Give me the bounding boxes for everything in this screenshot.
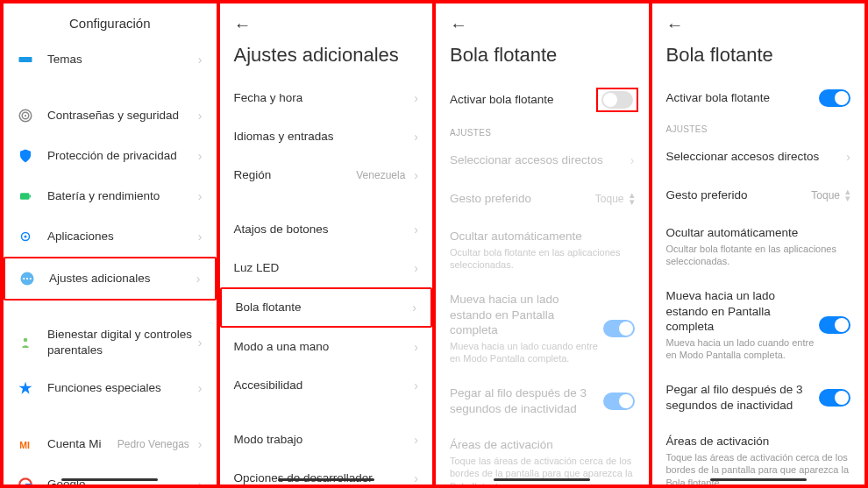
row-label: Funciones especiales (47, 380, 195, 396)
row-batería-y-rendimiento[interactable]: Batería y rendimiento › (4, 176, 217, 216)
row-áreas-de-activación[interactable]: Áreas de activación Toque las áreas de a… (652, 423, 865, 484)
row-label: Áreas de activación (450, 437, 635, 453)
chevron-right-icon: › (630, 153, 635, 167)
chevron-right-icon: › (414, 223, 418, 237)
themes-icon (16, 50, 35, 69)
row-label: Fecha y hora (234, 90, 411, 106)
toggle-switch[interactable] (819, 316, 850, 334)
svg-text:MI: MI (19, 440, 30, 450)
row-cuenta-mi[interactable]: MI Cuenta Mi Pedro Venegas › (4, 424, 217, 464)
row-bienestar-digital-y-cont[interactable]: Bienestar digital y controles parentales… (4, 316, 217, 368)
row-subtitle: Ocultar bola flotante en las aplicacione… (450, 246, 635, 272)
panel-ajustes-adicionales: ← Ajustes adicionales Fecha y hora ›Idio… (220, 4, 433, 484)
svg-rect-4 (20, 193, 30, 200)
row-luz-led[interactable]: Luz LED › (220, 249, 433, 287)
row-ajustes-adicionales[interactable]: Ajustes adicionales › (4, 257, 217, 301)
row-google[interactable]: Google › (4, 464, 217, 484)
row-contraseñas-y-seguridad[interactable]: Contraseñas y seguridad › (4, 95, 217, 136)
row-ocultar-automáticamente[interactable]: Ocultar automáticamente Ocultar bola flo… (652, 215, 865, 278)
row-label: Pegar al filo después de 3 segundos de i… (666, 382, 820, 413)
back-icon[interactable]: ← (450, 15, 467, 35)
page-title: Ajustes adicionales (234, 44, 419, 67)
row-pegar-al-filo-después-de-seg[interactable]: Pegar al filo después de 3 segundos de i… (652, 371, 865, 423)
svg-point-3 (25, 115, 26, 117)
row-gesto-preferido[interactable]: Gesto preferido Toque▴▾ (436, 180, 649, 218)
page-title: Configuración (4, 4, 217, 39)
row-label: Accesibilidad (234, 378, 411, 393)
toggle-activar[interactable] (601, 91, 633, 109)
chevron-right-icon: › (846, 150, 850, 164)
row-mueva-hacia-un-lado-estando-[interactable]: Mueva hacia un lado estando en Pantalla … (652, 278, 865, 371)
row-aplicaciones[interactable]: Aplicaciones › (4, 216, 217, 257)
nav-indicator[interactable] (61, 478, 158, 482)
row-pegar-al-filo-después-de-seg[interactable]: Pegar al filo después de 3 segundos de i… (436, 375, 649, 427)
toggle-activar[interactable] (819, 89, 850, 107)
row-atajos-de-botones[interactable]: Atajos de botones › (220, 210, 433, 249)
svg-rect-5 (30, 195, 32, 198)
page-title: Bola flotante (450, 44, 635, 67)
row-label: Modo trabajo (234, 432, 411, 448)
fingerprint-icon (16, 106, 35, 125)
row-label: Contraseñas y seguridad (47, 108, 195, 124)
row-idiomas-y-entradas[interactable]: Idiomas y entradas › (220, 117, 433, 156)
settings-list: Temas › Contraseñas y seguridad › Protec… (4, 39, 217, 484)
back-icon[interactable]: ← (666, 15, 684, 35)
row-activar-bola-flotante[interactable]: Activar bola flotante (652, 79, 865, 117)
row-modo-a-una-mano[interactable]: Modo a una mano › (220, 328, 433, 366)
row-label: Región (234, 167, 357, 183)
row-label: Pegar al filo después de 3 segundos de i… (450, 385, 603, 416)
svg-point-11 (30, 278, 32, 279)
row-label: Luz LED (234, 260, 411, 276)
row-seleccionar-accesos-directos[interactable]: Seleccionar accesos directos › (436, 141, 649, 180)
row-ocultar-automáticamente[interactable]: Ocultar automáticamente Ocultar bola flo… (436, 218, 649, 281)
row-label: Seleccionar accesos directos (666, 149, 843, 165)
nav-indicator[interactable] (494, 478, 590, 482)
row-región[interactable]: Región Venezuela › (220, 156, 433, 194)
row-accesibilidad[interactable]: Accesibilidad › (220, 366, 433, 405)
row-label: Ocultar automáticamente (450, 229, 635, 244)
chevron-right-icon: › (198, 149, 203, 163)
back-icon[interactable]: ← (234, 15, 252, 35)
toggle-switch[interactable] (819, 389, 850, 407)
row-label: Gesto preferido (450, 191, 595, 207)
row-fecha-y-hora[interactable]: Fecha y hora › (220, 79, 433, 117)
row-label: Bola flotante (236, 300, 409, 315)
row-label: Cuenta Mi (47, 436, 117, 452)
chevron-right-icon: › (198, 437, 203, 451)
updown-icon: ▴▾ (845, 188, 850, 202)
row-seleccionar-accesos-directos[interactable]: Seleccionar accesos directos › (652, 138, 865, 176)
toggle-switch[interactable] (603, 320, 635, 337)
row-label: Mueva hacia un lado estando en Pantalla … (666, 288, 820, 335)
row-label: Áreas de activación (666, 434, 851, 449)
row-label: Bienestar digital y controles parentales (47, 327, 195, 357)
row-gesto-preferido[interactable]: Gesto preferido Toque▴▾ (652, 176, 865, 215)
row-subtitle: Mueva hacia un lado cuando entre en Modo… (666, 336, 820, 362)
row-mueva-hacia-un-lado-estando-[interactable]: Mueva hacia un lado estando en Pantalla … (436, 281, 649, 375)
chevron-right-icon: › (414, 471, 418, 484)
row-funciones-especiales[interactable]: Funciones especiales › (4, 368, 217, 408)
row-label: Atajos de botones (234, 222, 411, 237)
row-protección-de-privacidad[interactable]: Protección de privacidad › (4, 136, 217, 176)
chevron-right-icon: › (198, 230, 203, 244)
panel-bola-flotante-off: ← Bola flotante Activar bola flotante AJ… (436, 4, 649, 484)
row-activar-bola-flotante[interactable]: Activar bola flotante (436, 79, 649, 121)
row-bola-flotante[interactable]: Bola flotante › (220, 287, 433, 328)
toggle-switch[interactable] (603, 393, 635, 410)
chevron-right-icon: › (198, 381, 203, 395)
nav-indicator[interactable] (278, 478, 374, 482)
svg-point-9 (23, 278, 25, 279)
chevron-right-icon: › (196, 272, 201, 286)
chevron-right-icon: › (198, 336, 203, 350)
row-subtitle: Ocultar bola flotante en las aplicacione… (666, 243, 851, 268)
svg-point-10 (26, 278, 28, 279)
nav-indicator[interactable] (710, 478, 807, 482)
panel-configuracion: Configuración Temas › Contraseñas y segu… (4, 4, 217, 484)
row-label: Mueva hacia un lado estando en Pantalla … (450, 292, 603, 338)
section-header-ajustes: AJUSTES (436, 121, 649, 141)
svg-point-7 (25, 236, 27, 238)
settings-list: Fecha y hora ›Idiomas y entradas ›Región… (220, 79, 433, 484)
row-temas[interactable]: Temas › (4, 39, 217, 80)
page-title: Bola flotante (666, 44, 851, 67)
row-áreas-de-activación[interactable]: Áreas de activación Toque las áreas de a… (436, 427, 649, 484)
row-modo-trabajo[interactable]: Modo trabajo › (220, 421, 433, 459)
